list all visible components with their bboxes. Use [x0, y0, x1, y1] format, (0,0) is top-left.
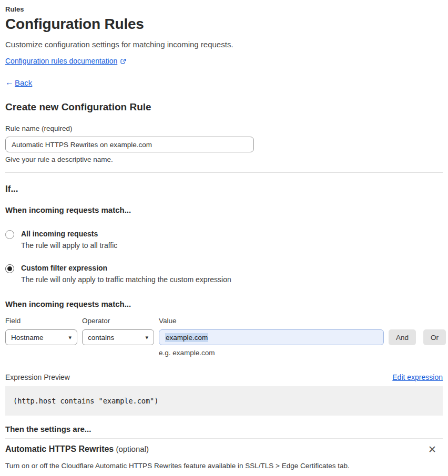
- radio-texts: Custom filter expression The rule will o…: [21, 264, 231, 284]
- expression-builder-title: When incoming requests match...: [5, 299, 443, 308]
- radio-label-all-requests[interactable]: All incoming requests: [21, 230, 117, 238]
- setting-header: Automatic HTTPS Rewrites (optional) ✕: [5, 444, 443, 454]
- radio-all-incoming-requests[interactable]: [5, 230, 14, 239]
- or-button[interactable]: Or: [423, 329, 446, 345]
- setting-description: Turn on or off the Cloudflare Automatic …: [5, 462, 443, 470]
- documentation-link[interactable]: Configuration rules documentation: [5, 57, 117, 65]
- radio-label-custom-filter[interactable]: Custom filter expression: [21, 264, 231, 272]
- chevron-down-icon: ▾: [68, 334, 72, 341]
- operator-select[interactable]: contains ▾: [82, 329, 154, 345]
- radio-desc-custom-filter: The rule will only apply to traffic matc…: [21, 275, 231, 284]
- and-button[interactable]: And: [389, 329, 416, 345]
- setting-title: Automatic HTTPS Rewrites (optional): [5, 444, 149, 454]
- if-section-title: If...: [5, 184, 443, 194]
- documentation-link-row: Configuration rules documentation: [5, 57, 443, 65]
- chevron-down-icon: ▾: [145, 334, 148, 341]
- field-column: Field Hostname ▾: [5, 317, 77, 345]
- expression-preview-label: Expression Preview: [5, 373, 70, 381]
- field-select-value: Hostname: [11, 334, 44, 342]
- value-label: Value: [159, 317, 384, 327]
- back-link[interactable]: Back: [15, 78, 32, 87]
- radio-desc-all-requests: The rule will apply to all traffic: [21, 241, 117, 250]
- radio-option-all-requests: All incoming requests The rule will appl…: [5, 230, 443, 250]
- back-row: ← Back: [5, 78, 443, 87]
- page-title: Configuration Rules: [5, 16, 443, 33]
- field-label: Field: [5, 317, 77, 327]
- breadcrumb: Rules: [5, 5, 443, 13]
- rule-name-help: Give your rule a descriptive name.: [5, 156, 443, 163]
- setting-divider: [5, 438, 443, 439]
- radio-texts: All incoming requests The rule will appl…: [21, 230, 117, 250]
- setting-name: Automatic HTTPS Rewrites: [5, 444, 114, 453]
- back-arrow-icon: ←: [5, 78, 14, 87]
- value-input[interactable]: example.com: [159, 329, 384, 345]
- value-hint: e.g. example.com: [159, 349, 384, 357]
- then-section-title: Then the settings are...: [5, 425, 443, 433]
- andor-buttons: And Or: [389, 329, 446, 345]
- edit-expression-link[interactable]: Edit expression: [392, 373, 443, 381]
- close-icon[interactable]: ✕: [426, 444, 439, 454]
- create-rule-section-title: Create new Configuration Rule: [5, 101, 443, 113]
- value-input-text: example.com: [165, 333, 208, 342]
- radio-custom-filter-expression[interactable]: [5, 264, 14, 273]
- match-label: When incoming requests match...: [5, 205, 443, 214]
- rule-name-input[interactable]: [5, 137, 254, 152]
- value-column: Value example.com e.g. example.com: [159, 317, 384, 357]
- expression-builder-row: Field Hostname ▾ Operator contains ▾ Val…: [5, 317, 443, 357]
- setting-optional-label: (optional): [114, 444, 149, 453]
- rule-name-label: Rule name (required): [5, 125, 443, 132]
- expression-preview-row: Expression Preview Edit expression: [5, 373, 443, 381]
- operator-label: Operator: [82, 317, 154, 327]
- radio-option-custom-filter: Custom filter expression The rule will o…: [5, 264, 443, 284]
- operator-column: Operator contains ▾: [82, 317, 154, 345]
- expression-preview-code: (http.host contains "example.com"): [5, 386, 443, 416]
- page-subtitle: Customize configuration settings for mat…: [5, 40, 443, 49]
- section-divider: [5, 172, 443, 173]
- external-link-icon: [120, 58, 126, 64]
- operator-select-value: contains: [88, 334, 114, 342]
- field-select[interactable]: Hostname ▾: [5, 329, 77, 345]
